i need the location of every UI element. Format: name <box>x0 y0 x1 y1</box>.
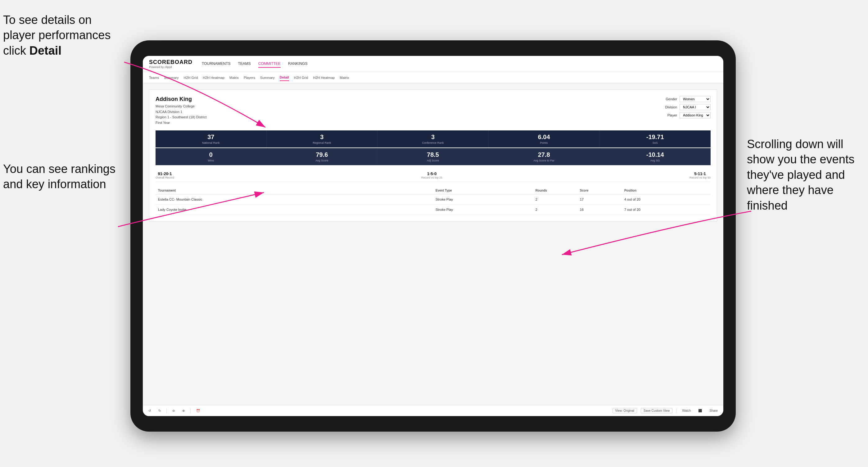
gender-label: Gender <box>665 97 677 101</box>
stat-sos: -19.71 SoS <box>599 130 711 148</box>
player-division: NJCAA Division 1 <box>156 109 207 115</box>
th-rounds: Rounds <box>533 187 578 194</box>
records-section: 91-20-1 Overall Record 1-5-0 Record vs t… <box>156 169 711 182</box>
tablet-screen: SCOREBOARD Powered by clippd TOURNAMENTS… <box>143 56 723 416</box>
gender-filter: Gender Women <box>665 96 711 102</box>
stat-avg-score-par-value: 27.8 <box>492 151 596 158</box>
top25-record-label: Record vs top 25 <box>421 176 442 179</box>
toolbar-separator-1 <box>166 408 167 413</box>
tournament-rounds: 2 <box>533 205 578 215</box>
player-filters: Gender Women Division NJCAA I <box>665 96 711 125</box>
player-filter-label: Player <box>668 113 677 117</box>
scoreboard-logo: SCOREBOARD Powered by clippd <box>149 59 192 69</box>
undo-button[interactable]: ↺ <box>147 408 153 413</box>
player-name: Addison King <box>156 96 207 102</box>
stat-avg-score-value: 79.6 <box>270 151 374 158</box>
share-button[interactable]: Share <box>708 408 720 413</box>
subnav-matrix[interactable]: Matrix <box>229 74 239 81</box>
th-score: Score <box>578 187 622 194</box>
nav-teams[interactable]: TEAMS <box>238 60 251 68</box>
tournament-score: 16 <box>578 205 622 215</box>
stat-avg-score: 79.6 Avg Score <box>267 148 378 165</box>
top25-record-value: 1-5-0 <box>421 172 442 176</box>
table-row: Lady Coyote Invite Stroke Play 2 16 7 ou… <box>156 205 711 215</box>
stat-conference-rank-value: 3 <box>381 133 485 141</box>
stat-avg-sg-value: -10.14 <box>603 151 707 158</box>
player-filter: Player Addison King <box>668 112 711 118</box>
subnav-h2h-heatmap[interactable]: H2H Heatmap <box>203 74 224 81</box>
view-original-button[interactable]: View: Original <box>613 408 637 413</box>
player-select[interactable]: Addison King <box>680 112 711 118</box>
annotation-right: Scrolling down will show you the events … <box>747 136 865 213</box>
zoom-out-button[interactable]: ⊖ <box>170 408 177 413</box>
content-panel: Addison King Mesa Community College NJCA… <box>149 89 717 221</box>
subnav-h2h-grid[interactable]: H2H Grid <box>183 74 198 81</box>
tournament-table: Tournament Event Type Rounds Score Posit… <box>156 187 711 215</box>
stat-national-rank-label: National Rank <box>159 141 262 145</box>
stat-sos-label: SoS <box>603 141 707 145</box>
stat-wins-value: 0 <box>159 151 262 158</box>
th-event-type: Event Type <box>433 187 533 194</box>
tournament-position: 4 out of 20 <box>622 194 711 205</box>
tournament-rounds: 2 <box>533 194 578 205</box>
subnav-players[interactable]: Players <box>244 74 255 81</box>
stat-adj-score-label: Adj Score <box>381 159 485 162</box>
stat-sos-value: -19.71 <box>603 133 707 141</box>
stat-regional-rank: 3 Regional Rank <box>267 130 378 148</box>
app-header: SCOREBOARD Powered by clippd TOURNAMENTS… <box>143 56 723 72</box>
subnav-summary2[interactable]: Summary <box>260 74 275 81</box>
player-info: Addison King Mesa Community College NJCA… <box>156 96 207 125</box>
zoom-in-button[interactable]: ⊕ <box>180 408 187 413</box>
redo-button[interactable]: ↻ <box>156 408 163 413</box>
subnav-h2h-heatmap2[interactable]: H2H Heatmap <box>313 74 335 81</box>
nav-tournaments[interactable]: TOURNAMENTS <box>202 60 230 68</box>
annotation-top-left-text: To see details on player performances cl… <box>3 13 111 57</box>
th-tournament: Tournament <box>156 187 405 194</box>
division-select[interactable]: NJCAA I <box>680 104 711 110</box>
gender-select[interactable]: Women <box>680 96 711 102</box>
screen-button[interactable]: ⬛ <box>696 408 704 413</box>
subnav-matrix2[interactable]: Matrix <box>340 74 349 81</box>
stat-wins: 0 Wins <box>156 148 267 165</box>
annotation-bottom-left-text: You can see rankings and key information <box>3 162 116 191</box>
clock-button[interactable]: ⏰ <box>194 408 202 413</box>
tournament-name: Estella CC- Mountain Classic <box>156 194 405 205</box>
stat-conference-rank-label: Conference Rank <box>381 141 485 145</box>
subnav-detail[interactable]: Detail <box>280 74 289 81</box>
sub-nav: Teams Summary H2H Grid H2H Heatmap Matri… <box>143 72 723 83</box>
subnav-h2h-grid2[interactable]: H2H Grid <box>294 74 308 81</box>
subnav-teams[interactable]: Teams <box>149 74 159 81</box>
nav-rankings[interactable]: RANKINGS <box>288 60 308 68</box>
stat-points: 6.04 Points <box>489 130 600 148</box>
stat-national-rank-value: 37 <box>159 133 262 141</box>
nav-committee[interactable]: COMMITTEE <box>258 60 281 68</box>
stat-regional-rank-value: 3 <box>270 133 374 141</box>
stat-regional-rank-label: Regional Rank <box>270 141 374 145</box>
stat-adj-score-value: 78.5 <box>381 151 485 158</box>
stat-conference-rank: 3 Conference Rank <box>377 130 489 148</box>
stat-avg-sg: -10.14 Avg SG <box>599 148 711 165</box>
main-nav: TOURNAMENTS TEAMS COMMITTEE RANKINGS <box>202 60 307 68</box>
watch-button[interactable]: Watch <box>680 408 692 413</box>
tournament-position: 7 out of 20 <box>622 205 711 215</box>
player-school: Mesa Community College <box>156 104 207 109</box>
stat-avg-score-par: 27.8 Avg Score to Par <box>489 148 600 165</box>
stat-avg-score-label: Avg Score <box>270 159 374 162</box>
tablet-frame: SCOREBOARD Powered by clippd TOURNAMENTS… <box>130 40 736 432</box>
division-label: Division <box>665 105 677 109</box>
table-header-row: Tournament Event Type Rounds Score Posit… <box>156 187 711 194</box>
annotation-right-text: Scrolling down will show you the events … <box>747 137 854 212</box>
player-year: First Year <box>156 120 207 126</box>
subnav-summary[interactable]: Summary <box>164 74 179 81</box>
annotation-top-left: To see details on player performances cl… <box>3 12 121 58</box>
table-row: Estella CC- Mountain Classic Stroke Play… <box>156 194 711 205</box>
save-custom-button[interactable]: Save Custom View <box>641 408 673 413</box>
overall-record-label: Overall Record <box>156 176 174 179</box>
th-position: Position <box>622 187 711 194</box>
player-header: Addison King Mesa Community College NJCA… <box>156 96 711 125</box>
tournament-score: 17 <box>578 194 622 205</box>
stat-points-value: 6.04 <box>492 133 596 141</box>
app-subtitle: Powered by clippd <box>149 65 192 69</box>
toolbar-separator-3 <box>676 408 677 413</box>
tournament-empty <box>405 194 433 205</box>
